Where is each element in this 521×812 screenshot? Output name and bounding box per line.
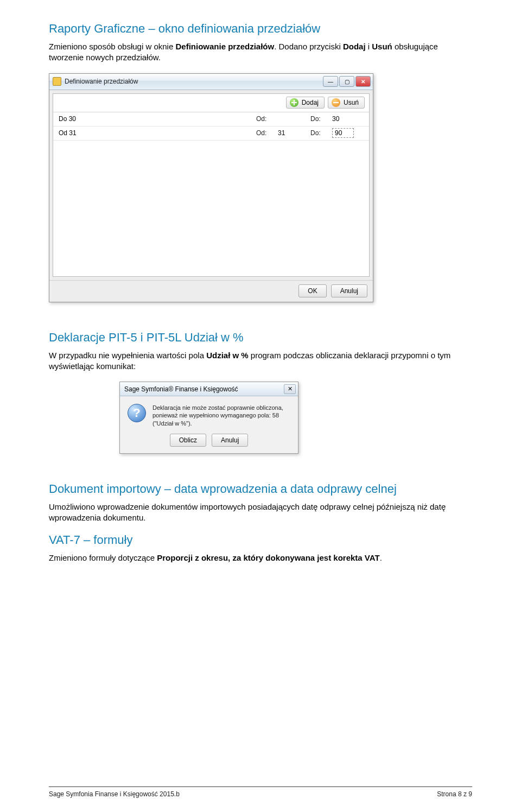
do-label: Do: — [310, 115, 332, 123]
heading-raporty: Raporty Graficzne – okno definiowania pr… — [49, 22, 472, 36]
paragraph-vat7: Zmieniono formuły dotyczące Proporcji z … — [49, 553, 472, 563]
dialog-titlebar: Sage Symfonia® Finanse i Księgowość ✕ — [120, 382, 298, 396]
heading-dokument-importowy: Dokument importowy – data wprowadzenia a… — [49, 482, 472, 496]
row-name: Do 30 — [59, 115, 256, 123]
window-title: Definiowanie przedziałów — [65, 78, 323, 85]
window-buttons: — ▢ ✕ — [323, 76, 371, 87]
paragraph-dokument-importowy: Umożliwiono wprowadzenie dokumentów impo… — [49, 502, 472, 524]
dialog-message: Deklaracja nie może zostać poprawnie obl… — [153, 404, 290, 427]
text: . Dodano przyciski — [274, 42, 343, 51]
minimize-button[interactable]: — — [323, 76, 338, 87]
do-label: Do: — [310, 129, 332, 137]
dialog-buttons: Oblicz Anuluj — [120, 428, 298, 453]
text: Zmieniono sposób obsługi w oknie — [49, 42, 175, 51]
text: i — [366, 42, 372, 51]
od-label: Od: — [256, 129, 278, 137]
question-icon: ? — [128, 404, 146, 422]
app-icon — [53, 77, 61, 86]
button-label: Usuń — [344, 99, 359, 106]
ok-button[interactable]: OK — [298, 284, 326, 297]
add-button[interactable]: Dodaj — [286, 97, 325, 109]
do-value[interactable]: 30 — [332, 115, 365, 123]
dialog-sage: Sage Symfonia® Finanse i Księgowość ✕ ? … — [119, 382, 298, 454]
text: Zmieniono formuły dotyczące — [49, 553, 157, 562]
maximize-button[interactable]: ▢ — [339, 76, 354, 87]
window-footer: OK Anuluj — [49, 280, 373, 302]
window-titlebar: Definiowanie przedziałów — ▢ ✕ — [49, 74, 373, 90]
table-row[interactable]: Do 30 Od: Do: 30 — [53, 112, 369, 126]
cancel-button[interactable]: Anuluj — [331, 284, 367, 297]
window-definiowanie-przedzialow: Definiowanie przedziałów — ▢ ✕ Dodaj Usu… — [49, 73, 373, 302]
text: . — [380, 553, 382, 562]
paragraph-raporty: Zmieniono sposób obsługi w oknie Definio… — [49, 41, 472, 64]
plus-icon — [290, 98, 298, 107]
table-row[interactable]: Od 31 Od: 31 Do: 90 — [53, 126, 369, 141]
heading-deklaracje: Deklaracje PIT-5 i PIT-5L Udział w % — [49, 331, 472, 345]
minus-icon — [332, 98, 340, 107]
footer-right: Strona 8 z 9 — [437, 790, 472, 798]
delete-button[interactable]: Usuń — [328, 97, 365, 109]
window-body: Dodaj Usuń Do 30 Od: Do: 30 Od 31 Od: 31… — [53, 93, 370, 277]
dialog-body: ? Deklaracja nie może zostać poprawnie o… — [120, 396, 298, 428]
text-bold: Usuń — [372, 42, 392, 51]
oblicz-button[interactable]: Oblicz — [170, 434, 206, 447]
anuluj-button[interactable]: Anuluj — [212, 434, 248, 447]
text-bold: Definiowanie przedziałów — [175, 42, 274, 51]
grid-empty-area — [53, 141, 369, 276]
page-footer: Sage Symfonia Finanse i Księgowość 2015.… — [49, 786, 472, 798]
row-name: Od 31 — [59, 129, 256, 137]
footer-left: Sage Symfonia Finanse i Księgowość 2015.… — [49, 790, 180, 798]
text-bold: Proporcji z okresu, za który dokonywana … — [157, 553, 379, 562]
close-button[interactable]: ✕ — [284, 384, 296, 394]
od-label: Od: — [256, 115, 278, 123]
heading-vat7: VAT-7 – formuły — [49, 533, 472, 547]
button-label: Dodaj — [302, 99, 319, 106]
close-button[interactable]: ✕ — [355, 76, 371, 87]
dialog-title: Sage Symfonia® Finanse i Księgowość — [124, 385, 284, 393]
od-value[interactable]: 31 — [278, 129, 310, 137]
paragraph-deklaracje: W przypadku nie wypełnienia wartości pol… — [49, 350, 472, 372]
text-bold: Udział w % — [206, 351, 249, 360]
toolbar: Dodaj Usuń — [53, 94, 369, 112]
text-bold: Dodaj — [343, 42, 366, 51]
do-value-editing[interactable]: 90 — [332, 128, 354, 138]
text: W przypadku nie wypełnienia wartości pol… — [49, 351, 206, 360]
